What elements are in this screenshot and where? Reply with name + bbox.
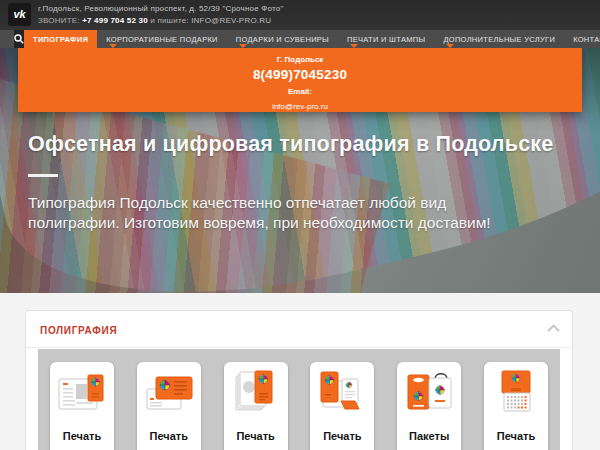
flyers-stack-icon — [229, 367, 283, 421]
page: vk г.Подольск, Революционный проспект, д… — [0, 0, 600, 450]
polygraphy-header[interactable]: ПОЛИГРАФИЯ — [26, 311, 572, 348]
title-underline — [28, 174, 58, 177]
polygraphy-card: ПОЛИГРАФИЯ — [25, 310, 573, 450]
polygraphy-tiles: Печать Печать — [38, 349, 560, 450]
page-title: Офсетная и цифровая типография в Подольс… — [28, 132, 573, 157]
contact-city: Г. Подольск — [18, 55, 582, 64]
contact-line: ЗВОНИТЕ: +7 499 704 52 30 и пишите: INFO… — [38, 16, 271, 25]
bags-icon — [402, 367, 456, 421]
write-label: и пишите: — [150, 16, 188, 25]
address-text: г.Подольск, Революционный проспект, д. 5… — [38, 4, 283, 13]
tile-label: Печать — [224, 430, 288, 442]
contact-phone[interactable]: 8(499)7045230 — [18, 67, 582, 82]
chevron-down-icon — [350, 44, 358, 48]
nav-item-korporativnye-podarki[interactable]: КОРПОРАТИВНЫЕ ПОДАРКИ — [97, 30, 227, 48]
nav-item-tipografiya[interactable]: ТИПОГРАФИЯ — [24, 30, 97, 48]
contact-email-label: Email: — [18, 87, 582, 96]
tile-label: Печать — [310, 430, 374, 442]
nav-item-kontakty[interactable]: КОНТАКТЫ — [564, 30, 600, 48]
product-tile-booklet[interactable]: Печать — [310, 362, 374, 450]
nav-label: ПЕЧАТИ И ШТАМПЫ — [347, 35, 425, 44]
contact-card: Г. Подольск 8(499)7045230 Email: info@re… — [18, 46, 582, 112]
tile-label: Печать — [50, 430, 114, 442]
product-tile-calendar[interactable]: Печать — [484, 362, 548, 450]
polygraphy-title: ПОЛИГРАФИЯ — [40, 325, 117, 336]
product-tile-bags[interactable]: Пакеты — [397, 362, 461, 450]
call-label: ЗВОНИТЕ: — [38, 16, 80, 25]
business-cards-icon — [142, 367, 196, 421]
hero-subtitle: Типография Подольск качественно отпечата… — [28, 193, 538, 233]
nav-label: ДОПОЛНИТЕЛЬНЫЕ УСЛУГИ — [443, 35, 555, 44]
booklet-icon — [315, 367, 369, 421]
search-button[interactable] — [14, 30, 24, 48]
chevron-down-icon — [446, 44, 454, 48]
topbar-phone[interactable]: +7 499 704 52 30 — [82, 16, 148, 25]
hero-content: Офсетная и цифровая типография в Подольс… — [28, 132, 573, 233]
tile-label: Пакеты — [397, 430, 461, 442]
product-tile-letterhead[interactable]: Печать — [50, 362, 114, 450]
search-icon — [14, 34, 24, 44]
nav-item-podarki-i-suveniry[interactable]: ПОДАРКИ И СУВЕНИРЫ — [227, 30, 338, 48]
tile-label: Печать — [484, 430, 548, 442]
top-bar: vk г.Подольск, Революционный проспект, д… — [0, 0, 600, 30]
topbar-email[interactable]: INFO@REV-PRO.RU — [191, 16, 271, 25]
letterhead-icon — [55, 367, 109, 421]
nav-label: ПОДАРКИ И СУВЕНИРЫ — [236, 35, 329, 44]
chevron-down-icon — [109, 44, 117, 48]
chevron-down-icon — [239, 44, 247, 48]
contact-email[interactable]: info@rev-pro.ru — [18, 102, 582, 111]
nav-label: КОНТАКТЫ — [573, 35, 600, 44]
tile-label: Печать — [137, 430, 201, 442]
product-tile-flyers[interactable]: Печать — [224, 362, 288, 450]
nav-item-dopolnitelnye-uslugi[interactable]: ДОПОЛНИТЕЛЬНЫЕ УСЛУГИ — [434, 30, 564, 48]
chevron-up-icon[interactable] — [547, 324, 560, 332]
calendar-icon — [489, 367, 543, 421]
nav-label: ТИПОГРАФИЯ — [33, 35, 88, 44]
nav-label: КОРПОРАТИВНЫЕ ПОДАРКИ — [106, 35, 218, 44]
nav-item-pechati-i-shtampy[interactable]: ПЕЧАТИ И ШТАМПЫ — [338, 30, 434, 48]
vk-icon[interactable]: vk — [8, 3, 31, 26]
main-nav: ТИПОГРАФИЯ КОРПОРАТИВНЫЕ ПОДАРКИ ПОДАРКИ… — [0, 30, 600, 48]
product-tile-business-cards[interactable]: Печать — [137, 362, 201, 450]
